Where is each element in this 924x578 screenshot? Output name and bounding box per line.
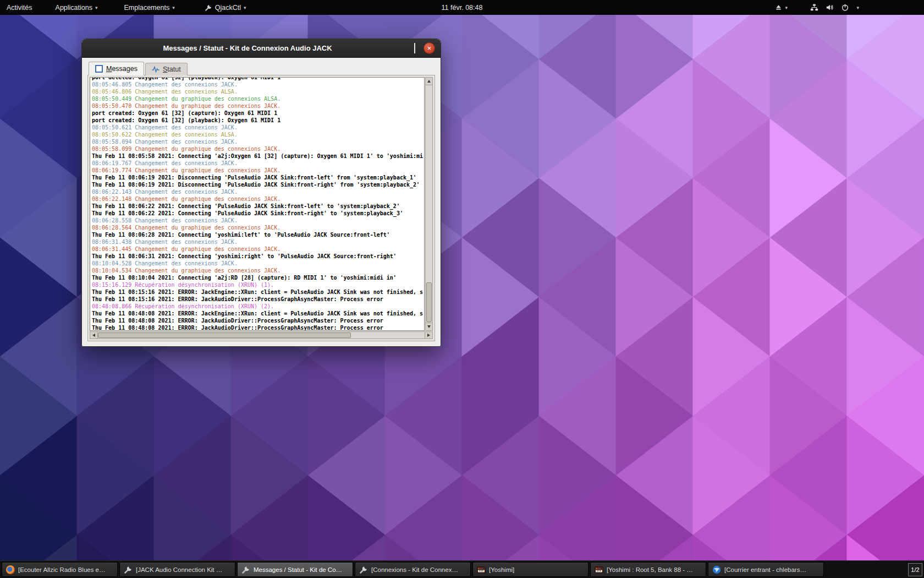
log-line: 08:48:08.866 Récupération désynchronisat… xyxy=(92,303,424,310)
close-icon: × xyxy=(427,45,432,52)
app-menu-label: QjackCtl xyxy=(215,4,241,12)
applications-label: Applications xyxy=(56,4,92,12)
taskbar-items: [Ecouter Allzic Radio Blues e…[JACK Audi… xyxy=(2,562,824,577)
eject-icon xyxy=(774,3,783,12)
log-line: Thu Feb 11 08:48:08 2021: ERROR: JackAud… xyxy=(92,324,424,331)
log-line: Thu Feb 11 08:06:28 2021: Connecting 'yo… xyxy=(92,231,424,238)
close-button[interactable]: × xyxy=(424,42,435,54)
log-line: Thu Feb 11 08:06:22 2021: Connecting 'Pu… xyxy=(92,203,424,210)
top-bar: Activités Applications ▾ Emplacements ▾ … xyxy=(0,0,924,15)
arrow-left-icon xyxy=(92,334,95,337)
log-line: 08:06:28.558 Changement des connexions J… xyxy=(92,217,424,224)
chevron-down-icon: ▾ xyxy=(856,6,859,10)
messages-frame: port deleted: Oxygen 61 [32] (playback):… xyxy=(87,75,435,341)
places-label: Emplacements xyxy=(124,4,169,12)
taskbar-item-label: [Connexions - Kit de Connex… xyxy=(371,566,458,573)
taskbar-item-label: [Yoshimi] xyxy=(489,566,514,573)
log-line: 08:05:50.449 Changement du graphique des… xyxy=(92,95,424,102)
taskbar-item[interactable]: Messages / Statut - Kit de Co… xyxy=(237,562,353,577)
workspace-indicator[interactable]: 1/2 xyxy=(908,563,922,576)
taskbar-item-label: Messages / Statut - Kit de Co… xyxy=(254,566,342,573)
log-line: Thu Feb 11 08:10:04 2021: Connecting 'a2… xyxy=(92,274,424,281)
log-line: Thu Feb 11 08:15:16 2021: ERROR: JackAud… xyxy=(92,296,424,303)
firefox-icon xyxy=(6,565,15,574)
system-status-menu[interactable]: ▾ xyxy=(807,0,862,15)
scroll-up-button[interactable] xyxy=(426,78,432,85)
taskbar-item[interactable]: [JACK Audio Connection Kit … xyxy=(119,562,235,577)
tab-messages[interactable]: Messages xyxy=(89,62,144,75)
log-lines: port deleted: Oxygen 61 [32] (playback):… xyxy=(90,77,424,331)
log-line: 08:06:28.564 Changement du graphique des… xyxy=(92,224,424,231)
statut-tab-icon xyxy=(152,66,160,73)
maximize-button[interactable] xyxy=(414,43,415,53)
log-line: 08:10:04.528 Changement des connexions J… xyxy=(92,260,424,267)
log-line: 08:05:50.621 Changement des connexions J… xyxy=(92,124,424,131)
clock[interactable]: 11 févr. 08:48 xyxy=(436,0,488,15)
messages-tab-icon xyxy=(95,65,103,73)
task-bar: [Ecouter Allzic Radio Blues e…[JACK Audi… xyxy=(0,560,924,578)
taskbar-item-label: [JACK Audio Connection Kit … xyxy=(136,566,222,573)
log-line: 08:15:16.129 Récupération désynchronisat… xyxy=(92,281,424,288)
qjackctl-app-menu[interactable]: QjackCtl ▾ xyxy=(198,0,253,15)
taskbar-item[interactable]: [Yoshimi : Root 5, Bank 88 - … xyxy=(590,562,706,577)
taskbar-item[interactable]: [Connexions - Kit de Connex… xyxy=(355,562,471,577)
horizontal-scrollbar[interactable] xyxy=(90,331,433,339)
log-line: 08:05:46.805 Changement des connexions J… xyxy=(92,81,424,88)
log-line: Thu Feb 11 08:06:31 2021: Connecting 'yo… xyxy=(92,253,424,260)
notebook: Messages Statut port deleted: Oxygen 61 … xyxy=(82,58,441,347)
log-line: Thu Feb 11 08:48:08 2021: ERROR: JackAud… xyxy=(92,317,424,324)
messages-log[interactable]: port deleted: Oxygen 61 [32] (playback):… xyxy=(90,77,425,331)
tab-label: Messages xyxy=(106,65,138,73)
window-title: Messages / Statut - Kit de Connexion Aud… xyxy=(115,39,380,57)
tab-label: Statut xyxy=(163,66,181,73)
qjackctl-icon xyxy=(241,565,250,574)
maximize-icon xyxy=(414,43,415,53)
log-line: 08:06:22.148 Changement du graphique des… xyxy=(92,195,424,203)
vertical-scrollbar[interactable] xyxy=(425,77,433,331)
yoshimi-icon xyxy=(477,565,486,574)
log-line: 08:06:31.438 Changement des connexions J… xyxy=(92,238,424,246)
log-line: Thu Feb 11 08:48:08 2021: ERROR: JackEng… xyxy=(92,310,424,317)
vertical-scroll-thumb[interactable] xyxy=(426,282,432,322)
log-line: 08:06:19.767 Changement des connexions J… xyxy=(92,160,424,167)
log-line: 08:05:50.470 Changement du graphique des… xyxy=(92,102,424,110)
log-line: Thu Feb 11 08:05:58 2021: Connecting 'a2… xyxy=(92,152,424,160)
qjackctl-icon xyxy=(359,565,368,574)
log-line: Thu Feb 11 08:06:19 2021: Disconnecting … xyxy=(92,181,424,188)
log-line: 08:10:04.534 Changement du graphique des… xyxy=(92,267,424,274)
log-line: 08:05:46.806 Changement des connexions A… xyxy=(92,88,424,95)
activities-label: Activités xyxy=(7,4,32,12)
volume-icon xyxy=(826,3,834,12)
applications-menu[interactable]: Applications ▾ xyxy=(49,0,105,15)
taskbar-item[interactable]: [Yoshimi] xyxy=(472,562,588,577)
activities-button[interactable]: Activités xyxy=(0,0,39,15)
qjackctl-messages-window: Messages / Statut - Kit de Connexion Aud… xyxy=(81,39,441,347)
log-line: Thu Feb 11 08:15:16 2021: ERROR: JackEng… xyxy=(92,288,424,296)
tab-bar: Messages Statut xyxy=(87,62,435,75)
arrow-down-icon xyxy=(427,325,431,328)
log-line: port deleted: Oxygen 61 [32] (playback):… xyxy=(92,77,424,81)
title-bar[interactable]: Messages / Statut - Kit de Connexion Aud… xyxy=(82,39,441,58)
tab-statut[interactable]: Statut xyxy=(145,63,188,75)
horizontal-scroll-thumb[interactable] xyxy=(98,332,351,338)
qjackctl-icon xyxy=(124,565,133,574)
thunderbird-icon xyxy=(712,565,721,574)
log-line: Thu Feb 11 08:06:19 2021: Disconnecting … xyxy=(92,174,424,181)
chevron-down-icon: ▾ xyxy=(785,6,788,10)
log-line: Thu Feb 11 08:06:22 2021: Connecting 'Pu… xyxy=(92,210,424,217)
taskbar-item[interactable]: [Ecouter Allzic Radio Blues e… xyxy=(2,562,118,577)
scroll-right-button[interactable] xyxy=(425,332,432,339)
log-line: 08:05:58.099 Changement du graphique des… xyxy=(92,145,424,152)
log-line: 08:06:31.445 Changement du graphique des… xyxy=(92,246,424,253)
scroll-left-button[interactable] xyxy=(90,332,98,339)
wrench-icon xyxy=(205,4,212,12)
chevron-down-icon: ▾ xyxy=(244,6,246,10)
removable-media-menu[interactable]: ▾ xyxy=(771,0,791,15)
taskbar-item-label: [Ecouter Allzic Radio Blues e… xyxy=(18,566,106,573)
log-line: port created: Oxygen 61 [32] (capture): … xyxy=(92,110,424,117)
scroll-down-button[interactable] xyxy=(426,323,432,330)
places-menu[interactable]: Emplacements ▾ xyxy=(117,0,181,15)
taskbar-item-label: [Courrier entrant - chlebars… xyxy=(724,566,806,573)
log-line: 08:05:58.094 Changement des connexions J… xyxy=(92,138,424,145)
taskbar-item[interactable]: [Courrier entrant - chlebars… xyxy=(708,562,824,577)
